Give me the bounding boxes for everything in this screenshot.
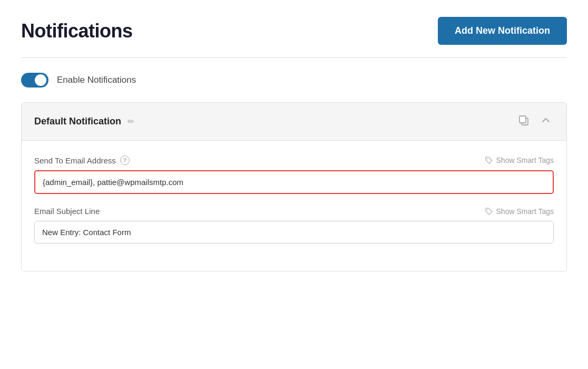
header-divider: [21, 57, 567, 58]
smart-tag-icon-2: [485, 207, 493, 216]
toggle-slider: [21, 73, 48, 88]
email-subject-smart-tags-label: Show Smart Tags: [496, 207, 554, 216]
card-header-actions: [516, 112, 554, 131]
notification-card: Default Notification ✏: [21, 102, 567, 271]
smart-tag-icon-1: [485, 156, 493, 164]
email-subject-label-left: Email Subject Line: [34, 207, 100, 216]
page-header: Notifications Add New Notification: [21, 17, 567, 45]
send-to-email-label-left: Send To Email Address ?: [34, 156, 130, 165]
edit-title-icon[interactable]: ✏: [128, 116, 134, 127]
notification-card-body: Send To Email Address ? Show Smart Tags: [22, 141, 566, 271]
send-to-email-input[interactable]: [34, 170, 554, 194]
email-subject-field-row: Email Subject Line Show Smart Tags: [34, 207, 554, 244]
svg-point-3: [487, 209, 488, 210]
send-to-email-label-row: Send To Email Address ? Show Smart Tags: [34, 156, 554, 165]
svg-point-2: [487, 158, 488, 159]
enable-notifications-row: Enable Notifications: [21, 73, 567, 88]
send-to-email-smart-tags-button[interactable]: Show Smart Tags: [485, 156, 554, 164]
notification-card-header: Default Notification ✏: [22, 103, 566, 141]
svg-rect-1: [520, 116, 526, 123]
send-to-email-smart-tags-label: Show Smart Tags: [496, 156, 554, 164]
duplicate-notification-button[interactable]: [516, 112, 532, 131]
send-to-email-label: Send To Email Address: [34, 156, 116, 165]
page-title: Notifications: [21, 20, 133, 42]
duplicate-icon: [518, 114, 530, 126]
collapse-notification-button[interactable]: [538, 112, 554, 131]
email-subject-input[interactable]: [34, 221, 554, 244]
email-subject-label: Email Subject Line: [34, 207, 100, 216]
enable-notifications-toggle[interactable]: [21, 73, 48, 88]
notification-card-title: Default Notification: [34, 116, 121, 127]
collapse-icon: [540, 114, 552, 126]
add-notification-button[interactable]: Add New Notification: [438, 17, 567, 45]
email-subject-smart-tags-button[interactable]: Show Smart Tags: [485, 207, 554, 216]
send-to-email-field-row: Send To Email Address ? Show Smart Tags: [34, 156, 554, 194]
send-to-email-help-icon[interactable]: ?: [120, 156, 130, 165]
enable-notifications-label: Enable Notifications: [57, 75, 136, 85]
email-subject-label-row: Email Subject Line Show Smart Tags: [34, 207, 554, 216]
notification-title-row: Default Notification ✏: [34, 116, 134, 127]
